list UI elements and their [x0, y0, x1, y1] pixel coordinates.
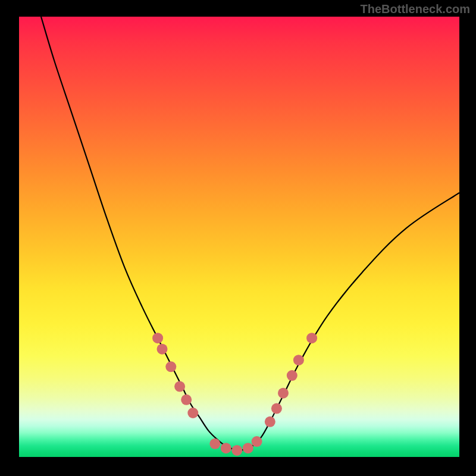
data-point — [165, 361, 176, 372]
data-point — [187, 408, 198, 418]
data-point — [265, 416, 275, 427]
data-point — [287, 370, 298, 381]
data-points-group — [152, 333, 317, 456]
data-point — [278, 388, 289, 399]
data-point — [181, 394, 192, 405]
data-point — [152, 333, 163, 343]
chart-plot-area — [19, 17, 459, 457]
data-point — [157, 344, 168, 355]
data-point — [174, 381, 185, 392]
data-point — [306, 333, 317, 343]
data-point — [252, 436, 262, 447]
data-point — [271, 403, 282, 414]
data-point — [231, 445, 242, 456]
watermark-text: TheBottleneck.com — [361, 2, 470, 16]
data-point — [221, 443, 231, 453]
data-point — [209, 439, 220, 449]
data-point — [293, 355, 304, 365]
curve-line — [41, 17, 459, 450]
data-point — [243, 443, 253, 453]
bottleneck-curve — [19, 17, 459, 457]
